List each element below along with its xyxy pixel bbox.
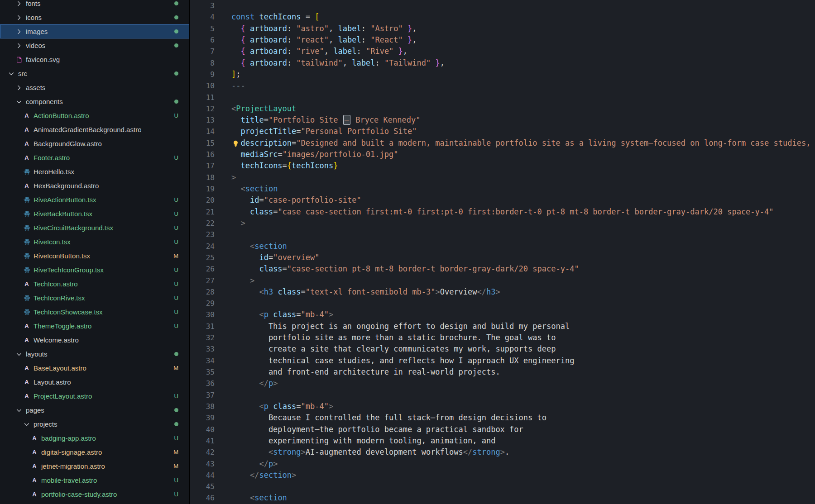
- code-line[interactable]: 36 </p>: [190, 378, 815, 389]
- code-line[interactable]: 40 deployment—the portfolio became a pra…: [190, 424, 815, 435]
- line-number[interactable]: 21: [190, 206, 215, 218]
- tree-item-rivebackbutton-tsx[interactable]: RiveBackButton.tsxU: [0, 207, 189, 221]
- tree-item-favicon-svg[interactable]: favicon.svg: [0, 52, 189, 67]
- code-line[interactable]: 8 { artboard: "tailwind", label: "Tailwi…: [190, 57, 815, 69]
- code-line[interactable]: 38 <p class="mb-4">: [190, 401, 815, 412]
- tree-item-layouts[interactable]: layouts: [0, 347, 189, 361]
- tree-item-videos[interactable]: videos: [0, 38, 189, 52]
- tree-item-portfolio-case-study-astro[interactable]: Aportfolio-case-study.astroU: [0, 487, 189, 501]
- line-number[interactable]: 5: [190, 23, 215, 34]
- line-number[interactable]: 7: [190, 46, 215, 57]
- line-number[interactable]: 11: [190, 92, 215, 103]
- tree-item-riveicon-tsx[interactable]: RiveIcon.tsxU: [0, 235, 189, 249]
- code-line[interactable]: 44 </section>: [190, 470, 815, 481]
- line-number[interactable]: 12: [190, 103, 215, 114]
- line-number[interactable]: 38: [190, 401, 215, 412]
- line-number[interactable]: 39: [190, 412, 215, 423]
- line-number[interactable]: 33: [190, 343, 215, 355]
- tree-item-assets[interactable]: assets: [0, 81, 189, 95]
- tree-item-layout-astro[interactable]: ALayout.astro: [0, 375, 189, 389]
- chevron-right-icon[interactable]: [15, 28, 23, 35]
- line-number[interactable]: 41: [190, 435, 215, 447]
- line-number[interactable]: 20: [190, 195, 215, 206]
- code-line[interactable]: 3: [190, 0, 815, 11]
- code-line[interactable]: 34 technical case studies, and reflects …: [190, 355, 815, 366]
- code-line[interactable]: 27 >: [190, 275, 815, 286]
- tree-item-pages[interactable]: pages: [0, 403, 189, 417]
- line-number[interactable]: 45: [190, 481, 215, 492]
- line-number[interactable]: 31: [190, 321, 215, 332]
- code-line[interactable]: 33 create a site that clearly communicat…: [190, 343, 815, 355]
- code-line[interactable]: 32 portfolio site as more than a static …: [190, 332, 815, 343]
- line-number[interactable]: 18: [190, 172, 215, 183]
- tree-item-techiconrive-tsx[interactable]: TechIconRive.tsxU: [0, 291, 189, 305]
- code-line[interactable]: 17 techIcons={techIcons}: [190, 160, 815, 171]
- line-number[interactable]: 29: [190, 298, 215, 309]
- line-number[interactable]: 32: [190, 332, 215, 343]
- tree-item-hexbackground-astro[interactable]: AHexBackground.astro: [0, 179, 189, 193]
- tree-item-riveiconbutton-tsx[interactable]: RiveIconButton.tsxM: [0, 249, 189, 263]
- code-line[interactable]: 14 projectTitle="Personal Portfolio Site…: [190, 126, 815, 137]
- chevron-right-icon[interactable]: [15, 84, 23, 91]
- code-line[interactable]: 10---: [190, 80, 815, 91]
- tree-item-projects[interactable]: projects: [0, 417, 189, 431]
- code-line[interactable]: 4const techIcons = [: [190, 11, 815, 23]
- code-editor[interactable]: 34const techIcons = [5 { artboard: "astr…: [190, 0, 815, 504]
- lightbulb-icon[interactable]: [232, 139, 240, 147]
- line-number[interactable]: 46: [190, 492, 215, 504]
- tree-item-jetnet-migration-astro[interactable]: Ajetnet-migration.astroM: [0, 459, 189, 473]
- line-number[interactable]: 24: [190, 241, 215, 252]
- code-line[interactable]: 31 This project is an ongoing effort to …: [190, 321, 815, 332]
- tree-item-images[interactable]: images: [0, 24, 189, 38]
- tree-item-actionbutton-astro[interactable]: AActionButton.astroU: [0, 109, 189, 123]
- code-line[interactable]: 24 <section: [190, 241, 815, 252]
- code-line[interactable]: 9];: [190, 69, 815, 80]
- chevron-right-icon[interactable]: [15, 42, 23, 49]
- code-line[interactable]: 11: [190, 92, 815, 103]
- code-line[interactable]: 41 experimenting with modern tooling, an…: [190, 435, 815, 447]
- tree-item-mobile-travel-astro[interactable]: Amobile-travel.astroU: [0, 473, 189, 487]
- line-number[interactable]: 25: [190, 252, 215, 263]
- code-line[interactable]: 16 mediaSrc="images/portfolio-01.jpg": [190, 149, 815, 160]
- tree-item-fonts[interactable]: fonts: [0, 0, 189, 10]
- code-line[interactable]: 21 class="case case-section first:mt-0 f…: [190, 206, 815, 218]
- code-line[interactable]: 45: [190, 481, 815, 492]
- line-number[interactable]: 19: [190, 183, 215, 195]
- code-line[interactable]: 25 id="overview": [190, 252, 815, 263]
- line-number[interactable]: 17: [190, 160, 215, 171]
- tree-item-techiconshowcase-tsx[interactable]: TechIconShowcase.tsxU: [0, 305, 189, 319]
- code-line[interactable]: 26 class="case-section pt-8 mt-8 border-…: [190, 263, 815, 275]
- line-number[interactable]: 37: [190, 390, 215, 401]
- tree-item-techicon-astro[interactable]: ATechIcon.astroU: [0, 277, 189, 291]
- tree-item-components[interactable]: components: [0, 95, 189, 109]
- line-number[interactable]: 26: [190, 263, 215, 275]
- line-number[interactable]: 36: [190, 378, 215, 389]
- tree-item-themetoggle-astro[interactable]: AThemeToggle.astroU: [0, 319, 189, 333]
- tree-item-src[interactable]: src: [0, 67, 189, 81]
- chevron-down-icon[interactable]: [23, 421, 31, 428]
- line-number[interactable]: 15: [190, 138, 215, 149]
- code-line[interactable]: 29: [190, 298, 815, 309]
- tree-item-welcome-astro[interactable]: AWelcome.astro: [0, 333, 189, 347]
- line-number[interactable]: 35: [190, 366, 215, 378]
- line-number[interactable]: 13: [190, 114, 215, 126]
- line-number[interactable]: 4: [190, 11, 215, 23]
- line-number[interactable]: 23: [190, 229, 215, 240]
- tree-item-baselayout-astro[interactable]: ABaseLayout.astroM: [0, 361, 189, 375]
- tree-item-backgroundglow-astro[interactable]: ABackgroundGlow.astro: [0, 137, 189, 151]
- line-number[interactable]: 43: [190, 458, 215, 470]
- line-number[interactable]: 14: [190, 126, 215, 137]
- code-line[interactable]: 43 </p>: [190, 458, 815, 470]
- code-line[interactable]: 46 <section: [190, 492, 815, 504]
- tree-item-riveactionbutton-tsx[interactable]: RiveActionButton.tsxU: [0, 193, 189, 207]
- line-number[interactable]: 8: [190, 57, 215, 69]
- line-number[interactable]: 34: [190, 355, 215, 366]
- line-number[interactable]: 6: [190, 34, 215, 46]
- chevron-down-icon[interactable]: [15, 351, 23, 358]
- code-line[interactable]: 7 { artboard: "rive", label: "Rive" },: [190, 46, 815, 57]
- line-number[interactable]: 10: [190, 80, 215, 91]
- tree-item-footer-astro[interactable]: AFooter.astroU: [0, 151, 189, 165]
- code-line[interactable]: 19 <section: [190, 183, 815, 195]
- chevron-right-icon[interactable]: [15, 0, 23, 7]
- code-line[interactable]: 12<ProjectLayout: [190, 103, 815, 114]
